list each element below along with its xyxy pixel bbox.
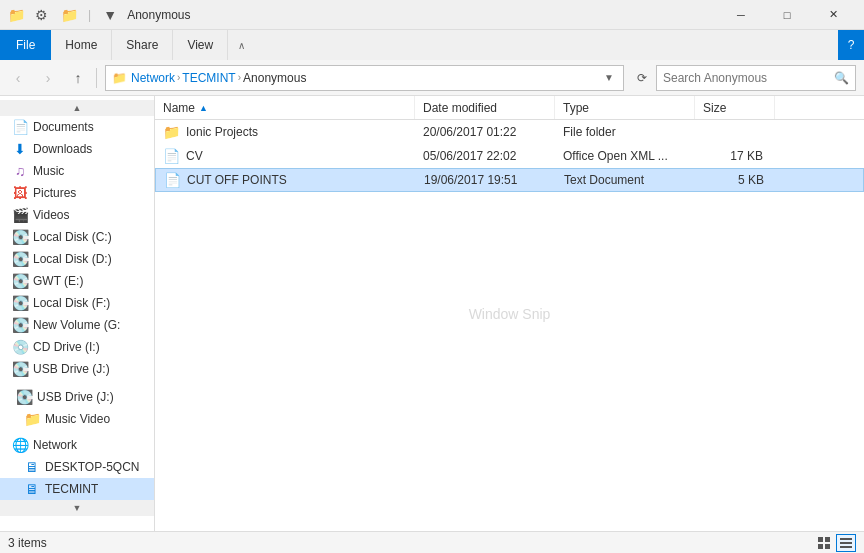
status-bar: 3 items xyxy=(0,531,864,553)
file-row-cut-off[interactable]: 📄 CUT OFF POINTS 19/06/2017 19:51 Text D… xyxy=(155,168,864,192)
cut-off-type: Text Document xyxy=(556,173,696,187)
desktop-5qcn-icon: 🖥 xyxy=(24,459,40,475)
sidebar-label-local-d: Local Disk (D:) xyxy=(33,252,112,266)
sidebar-label-desktop-5qcn: DESKTOP-5QCN xyxy=(45,460,139,474)
gwt-e-icon: 💽 xyxy=(12,273,28,289)
cv-doc-icon: 📄 xyxy=(163,148,180,164)
videos-icon: 🎬 xyxy=(12,207,28,223)
minimize-btn[interactable]: ─ xyxy=(718,0,764,30)
large-icons-view-btn[interactable] xyxy=(814,534,834,552)
svg-rect-4 xyxy=(840,538,852,540)
cv-type: Office Open XML ... xyxy=(555,149,695,163)
music-icon: ♫ xyxy=(12,163,28,179)
cd-i-icon: 💿 xyxy=(12,339,28,355)
up-btn[interactable]: ↑ xyxy=(64,64,92,92)
address-bar: 📁 Network › TECMINT › Anonymous ▼ xyxy=(105,65,624,91)
tab-view[interactable]: View xyxy=(173,30,228,60)
sidebar-item-music-video[interactable]: 📁 Music Video xyxy=(0,408,154,430)
file-tab[interactable]: File xyxy=(0,30,51,60)
sidebar-item-gwt-e[interactable]: 💽 GWT (E:) xyxy=(0,270,154,292)
local-d-icon: 💽 xyxy=(12,251,28,267)
sidebar-label-new-vol-g: New Volume (G: xyxy=(33,318,120,332)
qat-properties-btn[interactable]: ⚙ xyxy=(30,4,52,26)
title-bar-left: 📁 ⚙ 📁 | ▼ Anonymous xyxy=(8,4,191,26)
col-header-type[interactable]: Type xyxy=(555,96,695,119)
new-vol-g-icon: 💽 xyxy=(12,317,28,333)
sidebar-item-desktop-5qcn[interactable]: 🖥 DESKTOP-5QCN xyxy=(0,456,154,478)
usb-drive-j-icon: 💽 xyxy=(16,389,32,405)
svg-rect-2 xyxy=(818,544,823,549)
cut-off-name: CUT OFF POINTS xyxy=(187,173,287,187)
column-headers: Name ▲ Date modified Type Size xyxy=(155,96,864,120)
sidebar-label-music: Music xyxy=(33,164,64,178)
documents-icon: 📄 xyxy=(12,119,28,135)
details-view-btn[interactable] xyxy=(836,534,856,552)
maximize-btn[interactable]: □ xyxy=(764,0,810,30)
help-btn[interactable]: ? xyxy=(838,30,864,60)
sidebar-item-network[interactable]: 🌐 Network xyxy=(0,434,154,456)
local-f-icon: 💽 xyxy=(12,295,28,311)
close-btn[interactable]: ✕ xyxy=(810,0,856,30)
address-dropdown-btn[interactable]: ▼ xyxy=(601,66,617,90)
sidebar-label-usb-j: USB Drive (J:) xyxy=(33,362,110,376)
col-header-name[interactable]: Name ▲ xyxy=(155,96,415,119)
sidebar-label-downloads: Downloads xyxy=(33,142,92,156)
breadcrumb: Network › TECMINT › Anonymous xyxy=(131,71,597,85)
sidebar-item-local-f[interactable]: 💽 Local Disk (F:) xyxy=(0,292,154,314)
qat-new-folder-btn[interactable]: 📁 xyxy=(58,4,80,26)
window-title: Anonymous xyxy=(127,8,190,22)
sidebar-item-new-vol-g[interactable]: 💽 New Volume (G: xyxy=(0,314,154,336)
sidebar-item-cd-i[interactable]: 💿 CD Drive (I:) xyxy=(0,336,154,358)
forward-btn[interactable]: › xyxy=(34,64,62,92)
svg-rect-5 xyxy=(840,542,852,544)
tecmint-icon: 🖥 xyxy=(24,481,40,497)
sidebar-scroll-up-btn[interactable]: ▲ xyxy=(0,100,154,116)
sidebar-item-videos[interactable]: 🎬 Videos xyxy=(0,204,154,226)
sidebar-label-gwt-e: GWT (E:) xyxy=(33,274,83,288)
sidebar-label-documents: Documents xyxy=(33,120,94,134)
svg-rect-0 xyxy=(818,537,823,542)
breadcrumb-network[interactable]: Network xyxy=(131,71,175,85)
file-row-ionic[interactable]: 📁 Ionic Projects 20/06/2017 01:22 File f… xyxy=(155,120,864,144)
title-bar: 📁 ⚙ 📁 | ▼ Anonymous ─ □ ✕ xyxy=(0,0,864,30)
sidebar-label-cd-i: CD Drive (I:) xyxy=(33,340,100,354)
qat-undo-btn[interactable]: ▼ xyxy=(99,4,121,26)
breadcrumb-tecmint[interactable]: TECMINT xyxy=(182,71,235,85)
sidebar-item-local-c[interactable]: 💽 Local Disk (C:) xyxy=(0,226,154,248)
sidebar-item-downloads[interactable]: ⬇ Downloads xyxy=(0,138,154,160)
ionic-folder-icon: 📁 xyxy=(163,124,180,140)
sort-arrow: ▲ xyxy=(199,103,208,113)
cut-off-size: 5 KB xyxy=(696,173,776,187)
file-row-cv[interactable]: 📄 CV 05/06/2017 22:02 Office Open XML ..… xyxy=(155,144,864,168)
sidebar-item-documents[interactable]: 📄 Documents xyxy=(0,116,154,138)
cv-date: 05/06/2017 22:02 xyxy=(415,149,555,163)
toolbar-divider xyxy=(96,68,97,88)
tab-share[interactable]: Share xyxy=(112,30,173,60)
status-item-count: 3 items xyxy=(8,536,47,550)
sidebar-item-local-d[interactable]: 💽 Local Disk (D:) xyxy=(0,248,154,270)
ionic-type: File folder xyxy=(555,125,695,139)
sidebar-item-tecmint[interactable]: 🖥 TECMINT xyxy=(0,478,154,500)
ionic-name: Ionic Projects xyxy=(186,125,258,139)
search-input[interactable] xyxy=(663,71,830,85)
toolbar: ‹ › ↑ 📁 Network › TECMINT › Anonymous ▼ … xyxy=(0,60,864,96)
back-btn[interactable]: ‹ xyxy=(4,64,32,92)
sidebar-label-local-c: Local Disk (C:) xyxy=(33,230,112,244)
sidebar-item-usb-drive-j[interactable]: 💽 USB Drive (J:) xyxy=(0,386,154,408)
svg-rect-6 xyxy=(840,546,852,548)
refresh-btn[interactable]: ⟳ xyxy=(630,66,654,90)
sidebar-scroll-down-btn[interactable]: ▼ xyxy=(0,500,154,516)
sidebar-item-pictures[interactable]: 🖼 Pictures xyxy=(0,182,154,204)
breadcrumb-current: Anonymous xyxy=(243,71,306,85)
sidebar: ▲ 📄 Documents ⬇ Downloads ♫ Music 🖼 Pict… xyxy=(0,96,155,531)
col-header-size[interactable]: Size xyxy=(695,96,775,119)
sidebar-item-usb-j[interactable]: 💽 USB Drive (J:) xyxy=(0,358,154,380)
sidebar-item-music[interactable]: ♫ Music xyxy=(0,160,154,182)
tab-home[interactable]: Home xyxy=(51,30,112,60)
ionic-date: 20/06/2017 01:22 xyxy=(415,125,555,139)
col-header-date[interactable]: Date modified xyxy=(415,96,555,119)
sidebar-label-local-f: Local Disk (F:) xyxy=(33,296,110,310)
ribbon-expand-btn[interactable]: ∧ xyxy=(228,30,254,60)
svg-rect-3 xyxy=(825,544,830,549)
sidebar-label-music-video: Music Video xyxy=(45,412,110,426)
